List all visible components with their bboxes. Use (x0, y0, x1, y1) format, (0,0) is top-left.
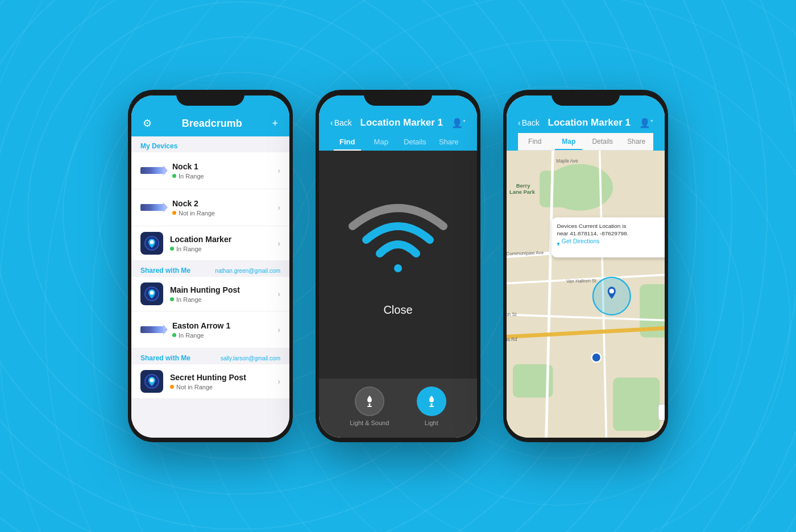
phone-notch-2 (364, 90, 432, 106)
tab-share-3[interactable]: Share (620, 133, 654, 150)
secret-hunting-name: Secret Hunting Post (170, 373, 271, 382)
map-content: 148 Communipaw Ave Van Haltren St Whiton… (507, 151, 665, 438)
main-hunting-name: Main Hunting Post (170, 285, 271, 294)
nock1-info: Nock 1 In Range (172, 162, 271, 180)
device-secret-hunting[interactable]: Secret Hunting Post Not in Range › (131, 364, 289, 399)
device-easton-arrow[interactable]: Easton Arrow 1 In Range › (131, 311, 289, 348)
light-sound-button[interactable]: Light & Sound (350, 386, 389, 426)
secret-hunting-chevron: › (277, 377, 280, 386)
map-background: 148 Communipaw Ave Van Haltren St Whiton… (507, 151, 665, 438)
location-marker-status-dot (170, 247, 174, 251)
svg-text:Lane Park: Lane Park (509, 189, 536, 195)
easton-arrow-chevron: › (277, 325, 280, 334)
tab-map-3[interactable]: Map (552, 133, 586, 150)
phone2-title: Location Marker 1 (360, 117, 443, 128)
svg-rect-7 (367, 406, 372, 407)
settings-icon[interactable]: ⚙ (143, 117, 152, 130)
location-marker-icon (140, 232, 163, 255)
main-hunting-chevron: › (277, 289, 280, 298)
nock2-info: Nock 2 Not in Range (172, 199, 271, 217)
light-icon (417, 386, 446, 416)
nock1-status-dot (172, 174, 176, 178)
svg-text:Devices Current Location is: Devices Current Location is (557, 223, 627, 229)
phone-notch-3 (552, 90, 620, 106)
tab-details-2[interactable]: Details (398, 133, 432, 151)
secret-hunting-info: Secret Hunting Post Not in Range (170, 373, 271, 390)
nock2-status-text: Not in Range (179, 210, 215, 217)
nock1-status-text: In Range (179, 173, 204, 180)
shared-me-1-email: nathan.green@gmail.com (215, 268, 280, 274)
phone3-tab-bar: Find Map Details Share (518, 133, 653, 151)
shared-me-1-header: Shared with Me nathan.green@gmail.com (131, 261, 289, 277)
shared-me-2-email: sally.larson@gmail.com (221, 355, 280, 361)
tab-details-3[interactable]: Details (586, 133, 620, 150)
tab-find-2[interactable]: Find (330, 133, 364, 151)
phone-3: ‹ Back Location Marker 1 👤+ Find Map Det… (503, 90, 668, 442)
phone2-tab-bar: Find Map Details Share (330, 133, 466, 151)
svg-point-6 (394, 264, 402, 272)
svg-text:Get Directions: Get Directions (562, 238, 600, 244)
nock2-status: Not in Range (172, 210, 271, 217)
secret-hunting-status-dot (170, 385, 174, 389)
device-nock2[interactable]: Nock 2 Not in Range › (131, 189, 289, 226)
location-marker-name: Location Marker (170, 235, 271, 244)
shared-me-1-title: Shared with Me (140, 267, 190, 275)
easton-arrow-name: Easton Arrow 1 (172, 321, 271, 330)
main-hunting-status-text: In Range (176, 296, 202, 303)
main-hunting-info: Main Hunting Post In Range (170, 285, 271, 303)
tab-map-2[interactable]: Map (364, 133, 399, 151)
svg-point-5 (150, 379, 154, 383)
nock2-name: Nock 2 (172, 199, 271, 208)
my-devices-title: My Devices (140, 142, 177, 150)
easton-arrow-info: Easton Arrow 1 In Range (172, 321, 271, 339)
secret-hunting-status-text: Not in Range (176, 384, 213, 390)
easton-arrow-status-dot (172, 333, 176, 337)
close-label[interactable]: Close (383, 304, 412, 317)
svg-point-31 (610, 289, 614, 293)
map-svg: 148 Communipaw Ave Van Haltren St Whiton… (507, 151, 665, 438)
device-location-marker[interactable]: Location Marker In Range › (131, 226, 289, 261)
svg-rect-11 (540, 171, 600, 207)
back-button-3[interactable]: ‹ Back (518, 118, 540, 127)
light-button[interactable]: Light (417, 386, 446, 426)
add-user-icon-3[interactable]: 👤+ (639, 118, 653, 128)
easton-arrow-status: In Range (172, 332, 271, 339)
svg-point-29 (592, 353, 601, 362)
svg-text:Whiton St: Whiton St (507, 312, 517, 317)
phone-1-screen: ⚙ Breadcrumb + My Devices Nock 1 (131, 95, 289, 438)
svg-text:Berry: Berry (516, 182, 530, 189)
device-nock1[interactable]: Nock 1 In Range › (131, 152, 289, 189)
my-devices-header: My Devices (131, 136, 289, 152)
phones-container: ⚙ Breadcrumb + My Devices Nock 1 (128, 90, 668, 442)
find-content: Close (319, 151, 477, 379)
add-icon[interactable]: + (272, 118, 278, 130)
light-label: Light (425, 419, 438, 426)
svg-point-1 (150, 240, 154, 244)
phone2-actions: Light & Sound Light (319, 379, 477, 438)
light-sound-label: Light & Sound (350, 419, 389, 426)
tab-share-2[interactable]: Share (432, 133, 466, 151)
svg-text:Burma Rd: Burma Rd (507, 337, 517, 342)
svg-text:Maple Ave: Maple Ave (556, 159, 578, 164)
phone-3-screen: ‹ Back Location Marker 1 👤+ Find Map Det… (507, 95, 665, 438)
svg-point-3 (150, 291, 154, 295)
back-button-2[interactable]: ‹ Back (330, 118, 352, 127)
phone-2: ‹ Back Location Marker 1 👤+ Find Map Det… (316, 90, 480, 442)
phone-1: ⚙ Breadcrumb + My Devices Nock 1 (128, 90, 293, 442)
main-hunting-icon (140, 282, 163, 305)
light-sound-icon (355, 386, 384, 416)
location-marker-status: In Range (170, 246, 271, 252)
svg-rect-14 (613, 377, 660, 431)
nock1-status: In Range (172, 173, 271, 180)
easton-arrow-status-text: In Range (179, 332, 204, 339)
location-marker-chevron: › (277, 239, 280, 248)
svg-rect-8 (429, 406, 434, 407)
phone-2-screen: ‹ Back Location Marker 1 👤+ Find Map Det… (319, 95, 477, 438)
phone2-header-top: ‹ Back Location Marker 1 👤+ (330, 117, 466, 133)
wifi-arcs-svg (341, 201, 455, 275)
add-user-icon-2[interactable]: 👤+ (451, 118, 466, 128)
device-main-hunting[interactable]: Main Hunting Post In Range › (131, 277, 289, 311)
wifi-signal (341, 201, 455, 275)
location-marker-info: Location Marker In Range (170, 235, 271, 252)
tab-find-3[interactable]: Find (518, 133, 552, 150)
